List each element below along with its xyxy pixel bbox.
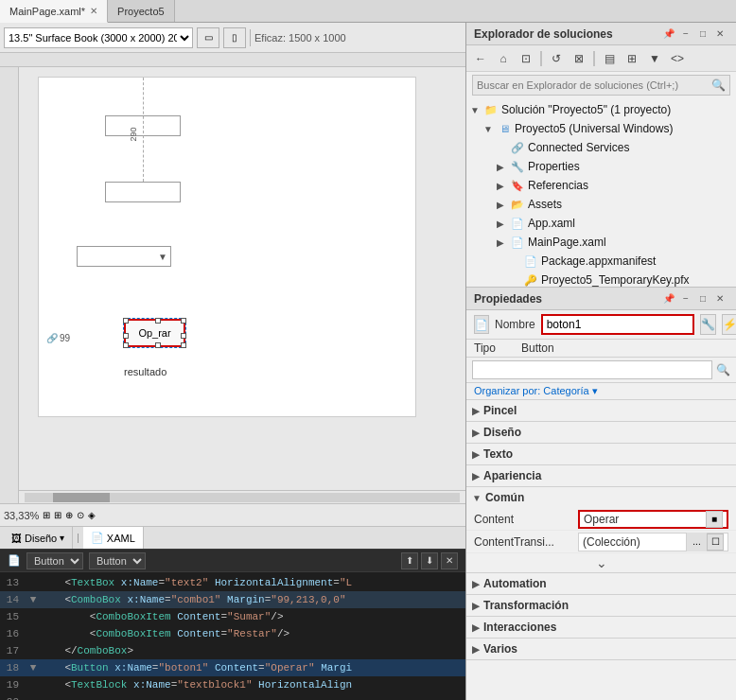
props-pin-btn[interactable]: 📌 (660, 290, 677, 307)
props-close-btn[interactable]: ✕ (711, 290, 728, 307)
sol-prop-btn[interactable]: ▤ (599, 49, 620, 68)
tab-proyecto5[interactable]: Proyecto5 (108, 0, 175, 22)
code-close-btn[interactable]: ✕ (441, 552, 458, 569)
props-section-pincel-header[interactable]: ▶ Pincel (466, 400, 736, 421)
props-wrench-btn[interactable]: 🔧 (700, 314, 716, 335)
code-header: 📄 Button Button ⬆ ⬇ ✕ (0, 550, 465, 572)
props-minimize-btn[interactable]: − (677, 290, 694, 307)
xaml-mode-tab[interactable]: 📄 XAML (83, 527, 144, 549)
textbox-2-group: 290 (105, 182, 181, 202)
resize-s[interactable] (155, 342, 161, 348)
sol-back-btn[interactable]: ← (470, 49, 491, 68)
code-right-selector[interactable]: Button (89, 552, 146, 569)
contenttransi-more-btn[interactable]: ... (686, 533, 707, 551)
pin-btn[interactable]: 📌 (660, 26, 677, 43)
resize-sw[interactable] (123, 342, 129, 348)
props-section-diseno-header[interactable]: ▶ Diseño (466, 422, 736, 443)
content-value-btn[interactable]: ■ (706, 511, 723, 528)
comun-expand-more[interactable]: ⌄ (466, 553, 736, 572)
props-section-automation-header[interactable]: ▶ Automation (466, 573, 736, 594)
code-expand-btn[interactable]: ⬆ (401, 552, 418, 569)
tree-referencias[interactable]: ▶ 🔖 Referencias (466, 176, 736, 195)
tab-mainpage-close[interactable]: ✕ (90, 6, 97, 16)
diseno-arrow-icon: ▶ (472, 428, 480, 438)
assets-label: Assets (528, 198, 562, 211)
props-section-automation: ▶ Automation (466, 573, 736, 595)
props-section-transformacion-header[interactable]: ▶ Transformación (466, 595, 736, 616)
design-mode-tab[interactable]: 🖼 Diseño ▾ (4, 527, 73, 549)
resize-nw[interactable] (123, 318, 129, 324)
code-collapse-btn[interactable]: ⬇ (421, 552, 438, 569)
comun-label: Común (485, 491, 524, 504)
resize-se[interactable] (181, 342, 186, 348)
tree-appxmanifest[interactable]: 📄 Package.appxmanifest (466, 252, 736, 271)
varios-label: Varios (483, 642, 517, 656)
props-section-texto-header[interactable]: ▶ Texto (466, 444, 736, 464)
portrait-btn[interactable]: ▭ (197, 27, 219, 48)
maximize-btn[interactable]: □ (694, 26, 711, 43)
sol-home-btn[interactable]: ⌂ (493, 49, 514, 68)
hscrollbar[interactable] (19, 490, 465, 503)
designer-toolbar: 13.5" Surface Book (3000 x 2000) 200% es… (0, 23, 465, 53)
interacciones-arrow-icon: ▶ (472, 622, 480, 633)
props-type-label: Tipo (474, 341, 521, 355)
props-organize-row[interactable]: Organizar por: Categoría ▾ (466, 383, 736, 400)
main-layout: 13.5" Surface Book (3000 x 2000) 200% es… (0, 23, 736, 700)
props-section-varios-header[interactable]: ▶ Varios (466, 639, 736, 659)
pfx-icon: 🔑 (523, 272, 538, 287)
props-section-interacciones-header[interactable]: ▶ Interacciones (466, 617, 736, 638)
code-left-selector[interactable]: Button (26, 552, 83, 569)
sol-code-btn[interactable]: <> (667, 49, 688, 68)
content-row-value[interactable]: Operar ■ (578, 510, 728, 529)
contenttransi-check[interactable]: ☐ (707, 534, 724, 551)
props-lightning-btn[interactable]: ⚡ (722, 314, 736, 335)
sol-refresh-btn[interactable]: ↺ (546, 49, 567, 68)
resize-n[interactable] (155, 318, 161, 324)
sol-filter-btn[interactable]: ▼ (644, 49, 665, 68)
solution-search-input[interactable] (477, 79, 711, 91)
tree-assets[interactable]: ▶ 📂 Assets (466, 195, 736, 214)
sol-stop-btn[interactable]: ⊠ (569, 49, 589, 68)
resize-e[interactable] (181, 333, 186, 339)
solution-search-box[interactable]: 🔍 (472, 75, 730, 96)
design-mode-icon: 🖼 (11, 533, 22, 544)
props-section-apariencia-header[interactable]: ▶ Apariencia (466, 465, 736, 486)
combobox[interactable]: ▼ (77, 246, 171, 267)
minimize-btn[interactable]: − (677, 26, 694, 43)
contenttransi-row-value[interactable]: (Colección) ... ☐ (578, 533, 728, 551)
sol-sync-btn[interactable]: ⊡ (516, 49, 536, 68)
close-solution-btn[interactable]: ✕ (711, 26, 728, 43)
tree-mainpage[interactable]: ▶ 📄 MainPage.xaml (466, 233, 736, 252)
props-maximize-btn[interactable]: □ (694, 290, 711, 307)
landscape-btn[interactable]: ▯ (223, 27, 246, 48)
appxaml-arrow: ▶ (497, 219, 510, 229)
resize-ne[interactable] (181, 318, 186, 324)
tree-solution[interactable]: ▼ 📁 Solución "Proyecto5" (1 proyecto) (466, 100, 736, 119)
tree-pfx[interactable]: 🔑 Proyecto5_TemporaryKey.pfx (466, 271, 736, 287)
props-name-input[interactable] (541, 314, 694, 335)
props-section-pincel: ▶ Pincel (466, 400, 736, 422)
textbox-2[interactable] (105, 182, 181, 202)
sol-view-btn[interactable]: ⊞ (622, 49, 642, 68)
tree-appxaml[interactable]: ▶ 📄 App.xaml (466, 214, 736, 233)
resize-w[interactable] (123, 333, 129, 339)
device-select[interactable]: 13.5" Surface Book (3000 x 2000) 200% es… (4, 27, 193, 48)
code-content[interactable]: 13 <TextBox x:Name="text2" HorizontalAli… (0, 572, 465, 700)
tree-properties[interactable]: ▶ 🔧 Properties (466, 157, 736, 176)
props-section-texto: ▶ Texto (466, 444, 736, 465)
design-button[interactable]: Op_rar (124, 319, 185, 347)
tree-project[interactable]: ▼ 🖥 Proyecto5 (Universal Windows) (466, 119, 736, 138)
texto-arrow-icon: ▶ (472, 449, 480, 460)
hscroll-thumb[interactable] (53, 493, 110, 502)
props-search-input[interactable] (472, 360, 712, 379)
tree-connected[interactable]: 🔗 Connected Services (466, 138, 736, 157)
design-surface: 290 ▼ 🔗 99 Op_rar (38, 77, 416, 417)
search-icon[interactable]: 🔍 (711, 79, 726, 92)
zoom-icon-1: ⊞ (43, 510, 50, 520)
props-section-comun-header[interactable]: ▼ Común (466, 487, 736, 508)
props-search-row: 🔍 (466, 358, 736, 383)
tab-mainpage[interactable]: MainPage.xaml* ✕ (0, 0, 108, 23)
canvas-area[interactable]: 290 ▼ 🔗 99 Op_rar (19, 67, 465, 490)
solution-explorer: Explorador de soluciones 📌 − □ ✕ ← ⌂ ⊡ ↺… (466, 23, 736, 288)
apariencia-label: Apariencia (483, 469, 541, 482)
